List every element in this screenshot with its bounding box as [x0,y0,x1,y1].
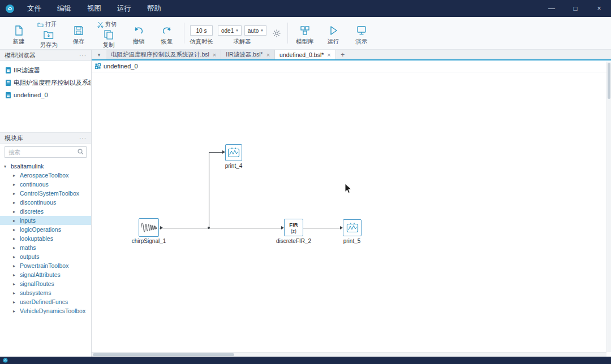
library-tree-item[interactable]: ▸ AerospaceToolbox [0,171,91,180]
library-tree-item[interactable]: ▸ inputs [0,216,91,225]
app-logo-icon [5,4,15,14]
tab-close-icon[interactable]: × [266,51,270,58]
library-tree-item[interactable]: ▸ VehicleDynamicsToolbox [0,306,91,315]
collapsed-triangle-icon[interactable]: ▸ [13,300,18,305]
collapsed-triangle-icon[interactable]: ▸ [13,263,18,268]
breadcrumb-label[interactable]: undefined_0 [104,63,138,70]
menu-item[interactable]: 帮助 [139,0,169,17]
collapsed-triangle-icon[interactable]: ▸ [13,227,18,232]
sim-time-input[interactable] [190,25,213,36]
demo-button[interactable]: 演示 [347,18,376,48]
collapsed-triangle-icon[interactable]: ▸ [13,191,18,196]
toolbar: 新建 打开 另存为 保存 剪切 复制 [0,17,611,50]
library-tree-item[interactable]: ▸ continuous [0,180,91,189]
expanded-triangle-icon[interactable]: ▾ [4,164,8,169]
vertical-scrollbar[interactable] [606,62,611,352]
menu-item[interactable]: 文件 [19,0,49,17]
collapsed-triangle-icon[interactable]: ▸ [13,209,18,214]
more-options-icon[interactable]: ··· [79,53,87,59]
tab-list-button[interactable]: ▾ [92,50,106,59]
more-options-icon[interactable]: ··· [79,135,87,141]
tabs: 电阻炉温度程序控制以及系统设计.bsl × IIR滤波器.bsl* × unde… [106,50,336,59]
new-button[interactable]: 新建 [5,18,33,48]
collapsed-triangle-icon[interactable]: ▸ [13,291,18,296]
close-button[interactable]: × [587,0,611,17]
horizontal-scrollbar[interactable] [92,352,606,357]
wire[interactable] [209,152,209,228]
tab-close-icon[interactable]: × [213,51,216,58]
collapsed-triangle-icon[interactable]: ▸ [13,218,18,223]
menu-item[interactable]: 编辑 [49,0,79,17]
new-tab-button[interactable]: + [336,50,350,59]
library-tree-item[interactable]: ▸ userDefinedFuncs [0,297,91,306]
library-tree-item[interactable]: ▸ logicOperations [0,225,91,234]
collapsed-triangle-icon[interactable]: ▸ [13,309,18,314]
collapsed-triangle-icon[interactable]: ▸ [13,272,18,278]
scope-icon [227,148,240,158]
block-chirpSignal_1[interactable] [139,218,159,237]
copy-button[interactable]: 复制 [94,29,123,51]
editor-tab[interactable]: IIR滤波器.bsl* × [221,50,275,59]
library-tree-item-label: continuous [20,181,49,188]
block-print_5[interactable] [343,219,362,236]
block-print_4[interactable] [225,144,242,161]
library-tree-item[interactable]: ▸ discontinuous [0,198,91,207]
window-controls: — □ × [540,0,611,17]
wire[interactable] [159,228,282,228]
library-root-node[interactable]: ▾ bsaltamulink [0,162,91,171]
collapsed-triangle-icon[interactable]: ▸ [13,173,18,178]
menu-item[interactable]: 视图 [79,0,109,17]
horizontal-scrollbar-thumb[interactable] [93,353,234,356]
solver-select[interactable]: ode1 ▾ [218,25,242,36]
solver-settings-button[interactable] [269,18,285,48]
library-tree-item-label: signalRoutes [20,280,54,287]
solver-step-select[interactable]: auto ▾ [244,25,266,36]
minimize-button[interactable]: — [540,0,563,17]
collapsed-triangle-icon[interactable]: ▸ [13,254,18,259]
menu-item[interactable]: 运行 [109,0,139,17]
collapsed-triangle-icon[interactable]: ▸ [13,182,18,187]
editor-tab[interactable]: 电阻炉温度程序控制以及系统设计.bsl × [106,50,221,59]
collapsed-triangle-icon[interactable]: ▸ [13,236,18,241]
sim-time-group: 仿真时长 [190,18,213,48]
maximize-button[interactable]: □ [563,0,587,17]
solver-group: ode1 ▾ auto ▾ 求解器 [218,18,266,48]
save-as-button[interactable]: 另存为 [35,29,63,51]
library-tree-item[interactable]: ▸ lookuptables [0,234,91,243]
cut-button[interactable]: 剪切 [96,20,118,29]
collapsed-triangle-icon[interactable]: ▸ [13,245,18,250]
run-button[interactable]: 运行 [319,18,347,48]
library-tree-item[interactable]: ▸ PowertrainToolbox [0,261,91,270]
diagram-canvas[interactable]: chirpSignal_1 print_4 FIR (z) discreteFI… [92,72,611,357]
block-discreteFIR_2[interactable]: FIR (z) [284,219,303,236]
model-browser-item[interactable]: 电阻炉温度程序控制以及系统设计 [0,76,91,89]
library-tree-item[interactable]: ▸ outputs [0,252,91,261]
library-tree-item[interactable]: ▸ subsystems [0,288,91,297]
library-tree-item[interactable]: ▸ signalAttributes [0,270,91,279]
chevron-down-icon: ▾ [236,28,238,33]
library-tree-item[interactable]: ▸ maths [0,243,91,252]
tab-close-icon[interactable]: × [327,51,330,58]
library-tree-item[interactable]: ▸ signalRoutes [0,279,91,288]
save-button[interactable]: 保存 [64,18,93,48]
undo-button[interactable]: 撤销 [124,18,153,48]
library-tree-item-label: discretes [20,208,44,215]
library-tree-item[interactable]: ▸ discretes [0,207,91,216]
library-search-input[interactable] [5,146,87,158]
collapsed-triangle-icon[interactable]: ▸ [13,281,18,287]
redo-button[interactable]: 恢复 [153,18,181,48]
model-browser-item[interactable]: undefined_0 [0,89,91,101]
library-tree-item[interactable]: ▸ ControlSystemToolbox [0,189,91,198]
open-button[interactable]: 打开 [36,20,58,29]
library-tree-item-label: logicOperations [20,226,61,233]
editor-tab[interactable]: undefined_0.bsl* × [275,50,336,59]
tabbar: ▾ 电阻炉温度程序控制以及系统设计.bsl × IIR滤波器.bsl* × [92,50,611,60]
vertical-scrollbar-thumb[interactable] [608,63,610,99]
collapsed-triangle-icon[interactable]: ▸ [13,200,18,205]
model-browser-item[interactable]: IIR滤波器 [0,64,91,76]
run-play-icon [328,25,339,36]
wire-arrow-icon [160,226,163,229]
model-library-button[interactable]: 模型库 [291,18,319,48]
wire[interactable] [209,152,222,153]
wire[interactable] [303,228,340,228]
